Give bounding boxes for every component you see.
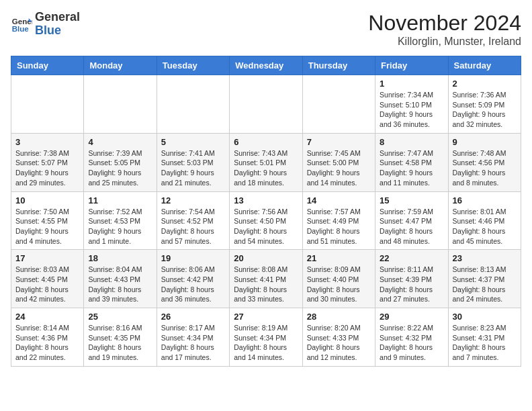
calendar-day-cell: 5Sunrise: 7:41 AM Sunset: 5:03 PM Daylig… xyxy=(157,133,229,191)
calendar: SundayMondayTuesdayWednesdayThursdayFrid… xyxy=(11,56,521,367)
calendar-body: 1Sunrise: 7:34 AM Sunset: 5:10 PM Daylig… xyxy=(11,75,521,367)
calendar-day-cell xyxy=(302,75,375,134)
calendar-day-cell: 21Sunrise: 8:09 AM Sunset: 4:40 PM Dayli… xyxy=(302,250,375,308)
calendar-week-row: 1Sunrise: 7:34 AM Sunset: 5:10 PM Daylig… xyxy=(11,75,521,134)
day-number: 27 xyxy=(234,312,298,322)
calendar-day-cell: 22Sunrise: 8:11 AM Sunset: 4:39 PM Dayli… xyxy=(375,250,448,308)
calendar-day-cell: 24Sunrise: 8:14 AM Sunset: 4:36 PM Dayli… xyxy=(11,308,84,367)
day-number: 10 xyxy=(15,195,79,205)
day-info: Sunrise: 8:01 AM Sunset: 4:46 PM Dayligh… xyxy=(453,207,517,246)
day-number: 30 xyxy=(453,312,517,322)
calendar-day-cell: 26Sunrise: 8:17 AM Sunset: 4:34 PM Dayli… xyxy=(157,308,229,367)
day-number: 9 xyxy=(453,137,517,147)
day-info: Sunrise: 7:59 AM Sunset: 4:47 PM Dayligh… xyxy=(380,207,443,246)
day-number: 15 xyxy=(380,195,443,205)
calendar-day-cell xyxy=(230,75,302,134)
day-number: 16 xyxy=(453,195,517,205)
calendar-week-row: 24Sunrise: 8:14 AM Sunset: 4:36 PM Dayli… xyxy=(11,308,521,367)
day-number: 29 xyxy=(380,312,443,322)
day-info: Sunrise: 8:19 AM Sunset: 4:34 PM Dayligh… xyxy=(234,323,298,363)
weekday-header-cell: Sunday xyxy=(11,56,84,75)
day-info: Sunrise: 8:09 AM Sunset: 4:40 PM Dayligh… xyxy=(307,265,371,304)
calendar-day-cell xyxy=(157,75,229,134)
day-info: Sunrise: 8:13 AM Sunset: 4:37 PM Dayligh… xyxy=(453,265,517,304)
weekday-header-cell: Thursday xyxy=(302,56,375,75)
calendar-day-cell: 27Sunrise: 8:19 AM Sunset: 4:34 PM Dayli… xyxy=(230,308,302,367)
day-info: Sunrise: 7:50 AM Sunset: 4:55 PM Dayligh… xyxy=(15,207,79,246)
subtitle: Killorglin, Munster, Ireland xyxy=(368,36,521,48)
day-info: Sunrise: 8:04 AM Sunset: 4:43 PM Dayligh… xyxy=(88,265,152,304)
day-number: 3 xyxy=(15,137,79,147)
day-number: 21 xyxy=(307,253,371,263)
calendar-day-cell: 12Sunrise: 7:54 AM Sunset: 4:52 PM Dayli… xyxy=(157,191,229,250)
day-number: 17 xyxy=(15,253,79,263)
day-info: Sunrise: 8:11 AM Sunset: 4:39 PM Dayligh… xyxy=(380,265,443,304)
calendar-week-row: 10Sunrise: 7:50 AM Sunset: 4:55 PM Dayli… xyxy=(11,191,521,250)
calendar-day-cell: 6Sunrise: 7:43 AM Sunset: 5:01 PM Daylig… xyxy=(230,133,302,191)
day-info: Sunrise: 8:20 AM Sunset: 4:33 PM Dayligh… xyxy=(307,323,371,363)
day-number: 8 xyxy=(380,137,443,147)
day-number: 25 xyxy=(88,312,152,322)
calendar-day-cell: 28Sunrise: 8:20 AM Sunset: 4:33 PM Dayli… xyxy=(302,308,375,367)
calendar-day-cell: 10Sunrise: 7:50 AM Sunset: 4:55 PM Dayli… xyxy=(11,191,84,250)
calendar-week-row: 17Sunrise: 8:03 AM Sunset: 4:45 PM Dayli… xyxy=(11,250,521,308)
weekday-header-cell: Saturday xyxy=(448,56,521,75)
calendar-day-cell: 11Sunrise: 7:52 AM Sunset: 4:53 PM Dayli… xyxy=(84,191,157,250)
day-info: Sunrise: 8:22 AM Sunset: 4:32 PM Dayligh… xyxy=(380,323,443,363)
day-number: 11 xyxy=(88,195,152,205)
day-info: Sunrise: 8:08 AM Sunset: 4:41 PM Dayligh… xyxy=(234,265,298,304)
calendar-day-cell xyxy=(84,75,157,134)
day-number: 18 xyxy=(88,253,152,263)
day-number: 7 xyxy=(307,137,371,147)
day-info: Sunrise: 7:56 AM Sunset: 4:50 PM Dayligh… xyxy=(234,207,298,246)
weekday-header-cell: Wednesday xyxy=(230,56,302,75)
day-info: Sunrise: 8:06 AM Sunset: 4:42 PM Dayligh… xyxy=(161,265,225,304)
day-info: Sunrise: 7:45 AM Sunset: 5:00 PM Dayligh… xyxy=(307,148,371,188)
day-info: Sunrise: 7:47 AM Sunset: 4:58 PM Dayligh… xyxy=(380,148,443,188)
day-info: Sunrise: 7:36 AM Sunset: 5:09 PM Dayligh… xyxy=(453,90,517,130)
month-title: November 2024 xyxy=(368,11,521,36)
calendar-day-cell: 23Sunrise: 8:13 AM Sunset: 4:37 PM Dayli… xyxy=(448,250,521,308)
day-number: 23 xyxy=(453,253,517,263)
calendar-day-cell: 13Sunrise: 7:56 AM Sunset: 4:50 PM Dayli… xyxy=(230,191,302,250)
day-number: 12 xyxy=(161,195,225,205)
calendar-day-cell: 8Sunrise: 7:47 AM Sunset: 4:58 PM Daylig… xyxy=(375,133,448,191)
day-info: Sunrise: 7:48 AM Sunset: 4:56 PM Dayligh… xyxy=(453,148,517,188)
day-number: 2 xyxy=(453,79,517,89)
day-info: Sunrise: 8:03 AM Sunset: 4:45 PM Dayligh… xyxy=(15,265,79,304)
calendar-day-cell: 7Sunrise: 7:45 AM Sunset: 5:00 PM Daylig… xyxy=(302,133,375,191)
day-info: Sunrise: 8:14 AM Sunset: 4:36 PM Dayligh… xyxy=(15,323,79,363)
calendar-week-row: 3Sunrise: 7:38 AM Sunset: 5:07 PM Daylig… xyxy=(11,133,521,191)
calendar-day-cell: 17Sunrise: 8:03 AM Sunset: 4:45 PM Dayli… xyxy=(11,250,84,308)
day-info: Sunrise: 7:41 AM Sunset: 5:03 PM Dayligh… xyxy=(161,148,225,188)
weekday-header-row: SundayMondayTuesdayWednesdayThursdayFrid… xyxy=(11,56,521,75)
title-area: November 2024 Killorglin, Munster, Irela… xyxy=(368,11,521,48)
day-info: Sunrise: 7:39 AM Sunset: 5:05 PM Dayligh… xyxy=(88,148,152,188)
calendar-day-cell: 4Sunrise: 7:39 AM Sunset: 5:05 PM Daylig… xyxy=(84,133,157,191)
day-number: 14 xyxy=(307,195,371,205)
day-number: 1 xyxy=(380,79,443,89)
calendar-day-cell: 20Sunrise: 8:08 AM Sunset: 4:41 PM Dayli… xyxy=(230,250,302,308)
day-number: 4 xyxy=(88,137,152,147)
day-info: Sunrise: 8:16 AM Sunset: 4:35 PM Dayligh… xyxy=(88,323,152,363)
day-number: 24 xyxy=(15,312,79,322)
day-number: 13 xyxy=(234,195,298,205)
calendar-day-cell: 29Sunrise: 8:22 AM Sunset: 4:32 PM Dayli… xyxy=(375,308,448,367)
weekday-header-cell: Friday xyxy=(375,56,448,75)
calendar-day-cell: 16Sunrise: 8:01 AM Sunset: 4:46 PM Dayli… xyxy=(448,191,521,250)
calendar-day-cell: 30Sunrise: 8:23 AM Sunset: 4:31 PM Dayli… xyxy=(448,308,521,367)
weekday-header-cell: Tuesday xyxy=(157,56,229,75)
day-info: Sunrise: 7:38 AM Sunset: 5:07 PM Dayligh… xyxy=(15,148,79,188)
calendar-day-cell: 19Sunrise: 8:06 AM Sunset: 4:42 PM Dayli… xyxy=(157,250,229,308)
calendar-day-cell: 14Sunrise: 7:57 AM Sunset: 4:49 PM Dayli… xyxy=(302,191,375,250)
weekday-header-cell: Monday xyxy=(84,56,157,75)
day-info: Sunrise: 8:23 AM Sunset: 4:31 PM Dayligh… xyxy=(453,323,517,363)
day-number: 5 xyxy=(161,137,225,147)
day-number: 22 xyxy=(380,253,443,263)
day-info: Sunrise: 7:52 AM Sunset: 4:53 PM Dayligh… xyxy=(88,207,152,246)
day-number: 28 xyxy=(307,312,371,322)
calendar-day-cell: 1Sunrise: 7:34 AM Sunset: 5:10 PM Daylig… xyxy=(375,75,448,134)
calendar-day-cell: 2Sunrise: 7:36 AM Sunset: 5:09 PM Daylig… xyxy=(448,75,521,134)
header: General Blue General Blue November 2024 … xyxy=(11,11,521,48)
day-info: Sunrise: 7:43 AM Sunset: 5:01 PM Dayligh… xyxy=(234,148,298,188)
